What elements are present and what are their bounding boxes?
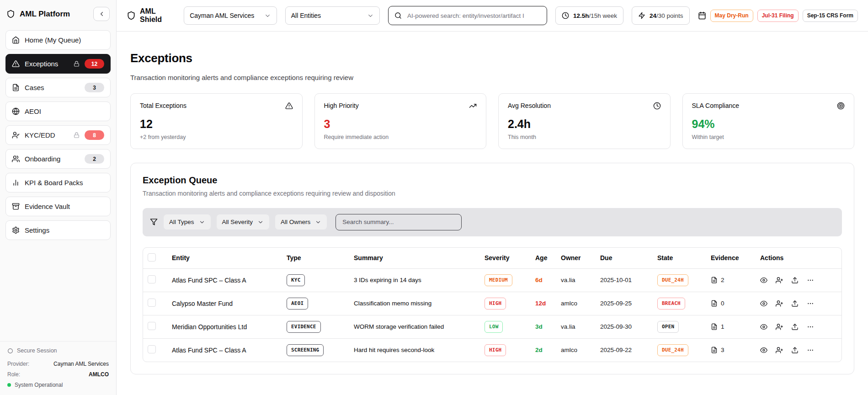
deadline-badge[interactable]: Sep-15 CRS Form [803, 10, 858, 22]
state-badge: DUE_24H [657, 274, 688, 286]
nav-badge: 3 [85, 83, 104, 92]
document-icon [711, 323, 718, 330]
sidebar-item-label: Onboarding [25, 155, 80, 163]
table-row[interactable]: Calypso Master Fund AEOI Classification … [143, 292, 841, 315]
chevron-down-icon [199, 219, 205, 225]
search-input[interactable] [406, 12, 541, 20]
entity-cell: Meridian Opportunities Ltd [167, 315, 282, 338]
chevron-down-icon [367, 12, 374, 19]
sidebar-item-label: KPI & Board Packs [25, 179, 104, 187]
global-search[interactable] [388, 6, 547, 25]
sidebar: AML Platform Home (My Queue) Exceptions … [0, 0, 117, 395]
table-row[interactable]: Atlas Fund SPC – Class A KYC 3 IDs expir… [143, 268, 841, 292]
points-suffix: /30 points [656, 12, 683, 19]
summary-cell: Classification memo missing [349, 292, 480, 315]
points-text: 24/30 points [650, 12, 683, 19]
entities-select[interactable]: All Entities [285, 6, 380, 25]
assign-button[interactable] [776, 277, 783, 284]
secure-session-label: Secure Session [17, 347, 57, 354]
due-cell: 2025-09-25 [596, 292, 653, 315]
view-button[interactable] [760, 323, 767, 331]
chevron-down-icon [264, 12, 271, 19]
column-header-age: Age [531, 248, 556, 269]
stat-card-sla-compliance: SLA Compliance 94% Within target [682, 93, 855, 149]
summary-search-input[interactable] [341, 218, 456, 226]
exception-queue-card: Exception Queue Transaction monitoring a… [130, 163, 854, 374]
system-status-label: System Operational [15, 382, 63, 388]
row-checkbox[interactable] [148, 299, 156, 307]
assign-button[interactable] [776, 300, 783, 307]
severity-badge: HIGH [485, 298, 506, 310]
deadline-badge[interactable]: May Dry-Run [710, 10, 753, 22]
provider-select[interactable]: Cayman AML Services [184, 6, 277, 25]
view-button[interactable] [760, 347, 767, 354]
sidebar-item-home[interactable]: Home (My Queue) [5, 30, 111, 50]
upload-button[interactable] [791, 323, 799, 331]
stat-label: SLA Compliance [692, 102, 740, 109]
lock-icon [74, 132, 80, 138]
queue-title: Exception Queue [143, 175, 842, 186]
age-cell: 12d [535, 300, 546, 307]
type-badge: EVIDENCE [287, 321, 321, 333]
sidebar-item-aeoi[interactable]: AEOI [5, 101, 111, 121]
home-icon [12, 36, 20, 44]
stat-sub: Require immediate action [324, 134, 477, 140]
owner-cell: amlco [556, 338, 596, 362]
user-check-icon [12, 131, 20, 139]
sidebar-item-cases[interactable]: Cases 3 [5, 78, 111, 97]
owner-cell: va.lia [556, 315, 596, 338]
view-button[interactable] [760, 277, 767, 284]
more-actions-button[interactable] [807, 300, 814, 307]
summary-cell: 3 IDs expiring in 14 days [349, 268, 480, 292]
sidebar-item-onboarding[interactable]: Onboarding 2 [5, 149, 111, 169]
severity-filter-select[interactable]: All Severity [217, 214, 270, 230]
more-actions-button[interactable] [807, 347, 814, 354]
stat-sub: +2 from yesterday [140, 134, 293, 140]
assign-button[interactable] [776, 323, 783, 331]
stat-label: Total Exceptions [140, 102, 186, 109]
column-header-severity: Severity [480, 248, 531, 269]
summary-search[interactable] [335, 214, 462, 230]
lock-icon [74, 61, 80, 67]
sidebar-item-evidence-vault[interactable]: Evidence Vault [5, 197, 111, 216]
types-filter-select[interactable]: All Types [164, 214, 211, 230]
sidebar-item-settings[interactable]: Settings [5, 220, 111, 240]
sidebar-item-kpi-board-packs[interactable]: KPI & Board Packs [5, 173, 111, 192]
row-checkbox[interactable] [148, 345, 156, 353]
status-dot-icon [7, 383, 11, 387]
sidebar-item-exceptions[interactable]: Exceptions 12 [5, 54, 111, 74]
stat-card-high-priority: High Priority 3 Require immediate action [314, 93, 487, 149]
sidebar-header: AML Platform [0, 0, 116, 27]
upload-button[interactable] [791, 277, 799, 284]
deadline-badge[interactable]: Jul-31 Filing [757, 10, 799, 22]
row-checkbox[interactable] [148, 322, 156, 330]
more-actions-button[interactable] [807, 277, 814, 284]
more-actions-button[interactable] [807, 323, 814, 331]
upload-button[interactable] [791, 347, 799, 354]
upload-button[interactable] [791, 300, 799, 307]
nav-badge: 12 [85, 59, 104, 69]
time-tracker-chip[interactable]: 12.5h/15h week [555, 6, 623, 25]
calendar-icon [698, 11, 706, 20]
table-row[interactable]: Atlas Fund SPC – Class A SCREENING Hard … [143, 338, 841, 362]
table-row[interactable]: Meridian Opportunities Ltd EVIDENCE WORM… [143, 315, 841, 338]
archive-icon [12, 203, 20, 210]
owners-filter-value: All Owners [281, 219, 310, 225]
state-badge: BREACH [657, 298, 685, 310]
stat-value: 2.4h [508, 117, 661, 131]
row-checkbox[interactable] [148, 275, 156, 283]
owners-filter-select[interactable]: All Owners [275, 214, 327, 230]
queue-subtitle: Transaction monitoring alerts and compli… [143, 190, 842, 197]
select-all-checkbox[interactable] [148, 253, 156, 262]
deadlines-group: May Dry-Run Jul-31 Filing Sep-15 CRS For… [698, 10, 858, 22]
view-button[interactable] [760, 300, 767, 307]
points-chip[interactable]: 24/30 points [632, 6, 690, 25]
assign-button[interactable] [776, 347, 783, 354]
sidebar-item-kyc-edd[interactable]: KYC/EDD 8 [5, 125, 111, 145]
sidebar-item-label: KYC/EDD [25, 131, 69, 139]
sidebar-item-label: Exceptions [25, 60, 69, 68]
chevron-down-icon [257, 219, 264, 225]
sidebar-footer: Secure Session Provider: Cayman AML Serv… [0, 341, 116, 395]
sidebar-collapse-button[interactable] [93, 7, 110, 21]
page-title: Exceptions [130, 51, 854, 65]
